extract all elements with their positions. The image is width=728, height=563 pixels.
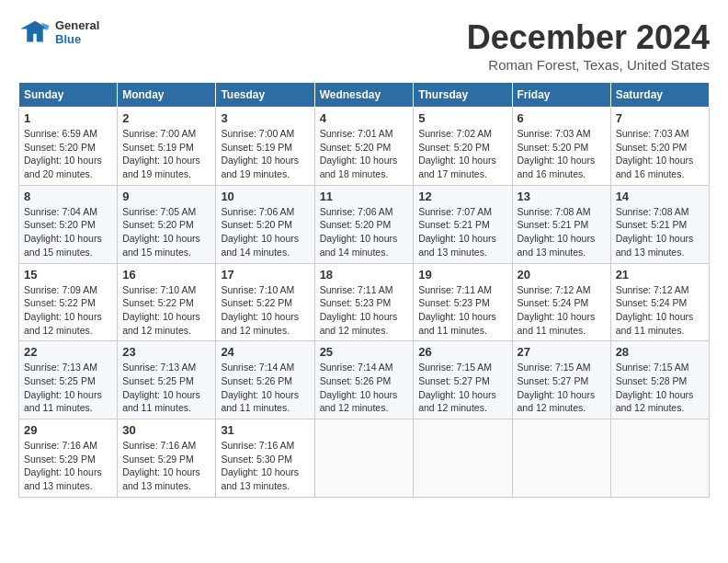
day-number: 25 (320, 345, 409, 359)
day-info: Sunrise: 7:16 AMSunset: 5:29 PMDaylight:… (24, 439, 112, 493)
day-cell-16: 16 Sunrise: 7:10 AMSunset: 5:22 PMDaylig… (118, 263, 216, 341)
day-info: Sunrise: 7:12 AMSunset: 5:24 PMDaylight:… (518, 283, 606, 338)
day-info: Sunrise: 7:13 AMSunset: 5:25 PMDaylight:… (24, 361, 112, 415)
day-info: Sunrise: 7:02 AMSunset: 5:20 PMDaylight:… (418, 127, 506, 181)
day-info: Sunrise: 7:06 AMSunset: 5:20 PMDaylight:… (320, 205, 409, 259)
day-cell-20: 20 Sunrise: 7:12 AMSunset: 5:24 PMDaylig… (512, 263, 610, 341)
day-info: Sunrise: 7:11 AMSunset: 5:23 PMDaylight:… (320, 283, 409, 338)
logo-text: General Blue (55, 18, 99, 46)
week-row-5: 29 Sunrise: 7:16 AMSunset: 5:29 PMDaylig… (19, 419, 710, 498)
header-monday: Monday (118, 83, 216, 108)
header-friday: Friday (512, 83, 610, 108)
day-number: 28 (616, 345, 704, 359)
day-number: 30 (122, 423, 210, 437)
day-cell-30: 30 Sunrise: 7:16 AMSunset: 5:29 PMDaylig… (118, 419, 216, 498)
day-info: Sunrise: 7:15 AMSunset: 5:27 PMDaylight:… (418, 361, 506, 415)
day-cell-24: 24 Sunrise: 7:14 AMSunset: 5:26 PMDaylig… (216, 341, 314, 419)
day-number: 6 (518, 111, 606, 125)
day-info: Sunrise: 7:08 AMSunset: 5:21 PMDaylight:… (616, 205, 704, 259)
day-number: 21 (616, 268, 704, 282)
day-number: 22 (24, 345, 112, 359)
day-cell-25: 25 Sunrise: 7:14 AMSunset: 5:26 PMDaylig… (314, 341, 414, 419)
day-info: Sunrise: 7:08 AMSunset: 5:21 PMDaylight:… (518, 205, 606, 259)
calendar-table: Sunday Monday Tuesday Wednesday Thursday… (18, 82, 710, 498)
day-cell-35 (610, 419, 709, 498)
day-number: 9 (122, 190, 210, 203)
day-info: Sunrise: 7:15 AMSunset: 5:27 PMDaylight:… (518, 361, 606, 415)
day-number: 31 (221, 423, 309, 437)
week-row-2: 8 Sunrise: 7:04 AMSunset: 5:20 PMDayligh… (19, 185, 710, 263)
day-cell-14: 14 Sunrise: 7:08 AMSunset: 5:21 PMDaylig… (610, 185, 709, 263)
day-info: Sunrise: 7:01 AMSunset: 5:20 PMDaylight:… (320, 127, 409, 181)
day-number: 5 (418, 111, 506, 125)
day-number: 23 (122, 345, 210, 359)
day-cell-18: 18 Sunrise: 7:11 AMSunset: 5:23 PMDaylig… (314, 263, 414, 341)
day-cell-13: 13 Sunrise: 7:08 AMSunset: 5:21 PMDaylig… (512, 185, 610, 263)
day-cell-8: 8 Sunrise: 7:04 AMSunset: 5:20 PMDayligh… (19, 185, 118, 263)
day-number: 18 (320, 268, 409, 282)
day-number: 7 (616, 111, 704, 125)
day-cell-4: 4 Sunrise: 7:01 AMSunset: 5:20 PMDayligh… (314, 108, 414, 186)
day-cell-7: 7 Sunrise: 7:03 AMSunset: 5:20 PMDayligh… (610, 108, 709, 186)
day-number: 29 (24, 423, 112, 437)
day-number: 19 (418, 268, 506, 282)
day-cell-26: 26 Sunrise: 7:15 AMSunset: 5:27 PMDaylig… (414, 341, 512, 419)
day-info: Sunrise: 7:16 AMSunset: 5:29 PMDaylight:… (122, 439, 210, 493)
day-cell-10: 10 Sunrise: 7:06 AMSunset: 5:20 PMDaylig… (216, 185, 314, 263)
header-saturday: Saturday (610, 83, 709, 108)
day-cell-22: 22 Sunrise: 7:13 AMSunset: 5:25 PMDaylig… (19, 341, 118, 419)
day-number: 27 (518, 345, 606, 359)
header-wednesday: Wednesday (314, 83, 414, 108)
day-number: 14 (616, 190, 704, 203)
day-cell-9: 9 Sunrise: 7:05 AMSunset: 5:20 PMDayligh… (118, 185, 216, 263)
day-cell-12: 12 Sunrise: 7:07 AMSunset: 5:21 PMDaylig… (414, 185, 512, 263)
day-cell-11: 11 Sunrise: 7:06 AMSunset: 5:20 PMDaylig… (314, 185, 414, 263)
logo-icon (18, 19, 51, 45)
header-sunday: Sunday (19, 83, 118, 108)
day-cell-17: 17 Sunrise: 7:10 AMSunset: 5:22 PMDaylig… (216, 263, 314, 341)
day-cell-27: 27 Sunrise: 7:15 AMSunset: 5:27 PMDaylig… (512, 341, 610, 419)
day-info: Sunrise: 7:11 AMSunset: 5:23 PMDaylight:… (418, 283, 506, 338)
day-cell-2: 2 Sunrise: 7:00 AMSunset: 5:19 PMDayligh… (118, 108, 216, 186)
day-info: Sunrise: 6:59 AMSunset: 5:20 PMDaylight:… (24, 127, 112, 181)
day-info: Sunrise: 7:09 AMSunset: 5:22 PMDaylight:… (24, 283, 112, 338)
day-number: 15 (24, 268, 112, 282)
day-number: 8 (24, 190, 112, 203)
day-cell-33 (414, 419, 512, 498)
day-info: Sunrise: 7:03 AMSunset: 5:20 PMDaylight:… (616, 127, 704, 181)
day-info: Sunrise: 7:12 AMSunset: 5:24 PMDaylight:… (616, 283, 704, 338)
day-info: Sunrise: 7:10 AMSunset: 5:22 PMDaylight:… (221, 283, 309, 338)
logo: General Blue (18, 18, 99, 46)
location-title: Roman Forest, Texas, United States (467, 57, 710, 73)
day-info: Sunrise: 7:04 AMSunset: 5:20 PMDaylight:… (24, 205, 112, 259)
day-info: Sunrise: 7:00 AMSunset: 5:19 PMDaylight:… (221, 127, 309, 181)
week-row-3: 15 Sunrise: 7:09 AMSunset: 5:22 PMDaylig… (19, 263, 710, 341)
day-info: Sunrise: 7:16 AMSunset: 5:30 PMDaylight:… (221, 439, 309, 493)
day-info: Sunrise: 7:05 AMSunset: 5:20 PMDaylight:… (122, 205, 210, 259)
day-number: 2 (122, 111, 210, 125)
day-number: 16 (122, 268, 210, 282)
day-cell-34 (512, 419, 610, 498)
calendar-title-section: December 2024 Roman Forest, Texas, Unite… (467, 18, 710, 73)
weekday-header-row: Sunday Monday Tuesday Wednesday Thursday… (19, 83, 710, 108)
page-header: General Blue December 2024 Roman Forest,… (18, 18, 710, 73)
day-number: 1 (24, 111, 112, 125)
day-cell-5: 5 Sunrise: 7:02 AMSunset: 5:20 PMDayligh… (414, 108, 512, 186)
day-info: Sunrise: 7:14 AMSunset: 5:26 PMDaylight:… (320, 361, 409, 415)
day-number: 3 (221, 111, 309, 125)
day-info: Sunrise: 7:06 AMSunset: 5:20 PMDaylight:… (221, 205, 309, 259)
day-info: Sunrise: 7:13 AMSunset: 5:25 PMDaylight:… (122, 361, 210, 415)
day-cell-3: 3 Sunrise: 7:00 AMSunset: 5:19 PMDayligh… (216, 108, 314, 186)
day-number: 10 (221, 190, 309, 203)
day-cell-32 (314, 419, 414, 498)
day-info: Sunrise: 7:15 AMSunset: 5:28 PMDaylight:… (616, 361, 704, 415)
day-cell-19: 19 Sunrise: 7:11 AMSunset: 5:23 PMDaylig… (414, 263, 512, 341)
day-cell-1: 1 Sunrise: 6:59 AMSunset: 5:20 PMDayligh… (19, 108, 118, 186)
day-cell-28: 28 Sunrise: 7:15 AMSunset: 5:28 PMDaylig… (610, 341, 709, 419)
day-cell-15: 15 Sunrise: 7:09 AMSunset: 5:22 PMDaylig… (19, 263, 118, 341)
week-row-4: 22 Sunrise: 7:13 AMSunset: 5:25 PMDaylig… (19, 341, 710, 419)
day-info: Sunrise: 7:03 AMSunset: 5:20 PMDaylight:… (518, 127, 606, 181)
day-number: 11 (320, 190, 409, 203)
header-thursday: Thursday (414, 83, 512, 108)
day-number: 12 (418, 190, 506, 203)
